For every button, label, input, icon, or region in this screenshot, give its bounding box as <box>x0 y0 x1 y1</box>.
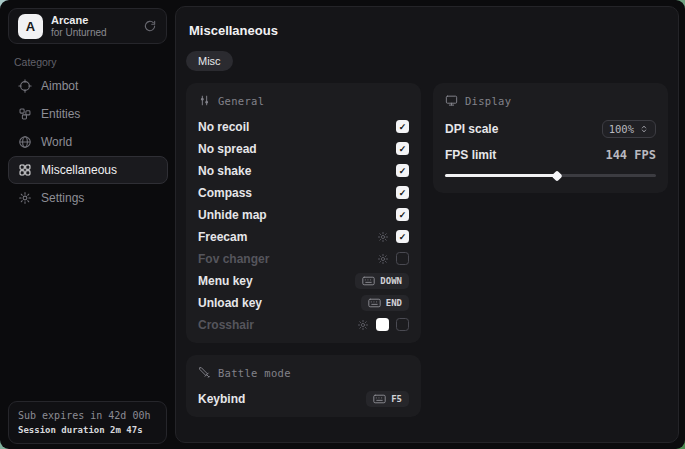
app-window: A Arcane for Unturned Category Aimbot En… <box>0 0 685 449</box>
checkbox[interactable]: ✓ <box>396 142 409 155</box>
battle-mode-card: Battle mode Keybind F5 <box>186 355 421 417</box>
card-columns: General No recoil ✓ No spread ✓ No shake… <box>186 83 668 429</box>
refresh-icon[interactable] <box>143 19 157 33</box>
app-name: Arcane <box>51 14 107 27</box>
setting-label: No recoil <box>198 120 249 134</box>
display-card: Display DPI scale 100% FPS limit 144 FPS <box>433 83 668 193</box>
right-column: Display DPI scale 100% FPS limit 144 FPS <box>433 83 668 205</box>
gear-icon[interactable] <box>377 231 389 243</box>
keybind-value: END <box>386 298 402 308</box>
sword-icon <box>198 366 211 379</box>
sidebar-item-label: Entities <box>41 107 80 121</box>
sidebar-item-settings[interactable]: Settings <box>8 184 168 212</box>
setting-row-unload-key: Unload key END <box>198 296 409 309</box>
setting-row-no-spread: No spread ✓ <box>198 142 409 155</box>
unfold-icon <box>639 124 649 134</box>
keybind-value: F5 <box>391 394 402 404</box>
general-card-title: General <box>218 95 264 107</box>
setting-row-dpi-scale: DPI scale 100% <box>445 120 656 138</box>
tab-label: Misc <box>198 55 221 67</box>
setting-row-unhide-map: Unhide map ✓ <box>198 208 409 221</box>
dpi-scale-select[interactable]: 100% <box>602 120 656 138</box>
setting-row-battle-keybind: Keybind F5 <box>198 392 409 405</box>
session-duration-text: Session duration 2m 47s <box>18 425 157 435</box>
sidebar-item-world[interactable]: World <box>8 128 168 156</box>
checkbox[interactable]: ✓ <box>396 120 409 133</box>
setting-label: Crosshair <box>198 318 254 332</box>
checkbox[interactable]: ✓ <box>396 230 409 243</box>
page-title: Miscellaneous <box>189 23 668 38</box>
sub-expiry-text: Sub expires in 42d 00h <box>18 410 157 421</box>
tab-misc[interactable]: Misc <box>186 51 233 71</box>
fps-limit-slider[interactable] <box>445 174 656 177</box>
checkbox[interactable] <box>396 252 409 265</box>
sidebar-item-miscellaneous[interactable]: Miscellaneous <box>8 156 168 184</box>
keybind-badge[interactable]: END <box>361 295 409 311</box>
keyboard-icon <box>362 276 375 286</box>
checkbox[interactable]: ✓ <box>396 164 409 177</box>
setting-label: Unhide map <box>198 208 267 222</box>
sidebar-item-aimbot[interactable]: Aimbot <box>8 72 168 100</box>
keybind-badge[interactable]: DOWN <box>355 273 409 289</box>
dpi-scale-value: 100% <box>609 123 634 135</box>
app-subtitle: for Unturned <box>51 27 107 39</box>
setting-row-fps-limit: FPS limit 144 FPS <box>445 148 656 162</box>
keybind-badge[interactable]: F5 <box>366 391 409 407</box>
setting-row-menu-key: Menu key DOWN <box>198 274 409 287</box>
setting-label: Menu key <box>198 274 253 288</box>
category-label: Category <box>14 56 57 68</box>
setting-label: DPI scale <box>445 122 498 136</box>
checkbox[interactable] <box>396 318 409 331</box>
sidebar: A Arcane for Unturned Category Aimbot En… <box>0 0 175 449</box>
general-card: General No recoil ✓ No spread ✓ No shake… <box>186 83 421 343</box>
general-card-header: General <box>198 94 409 107</box>
app-logo: A <box>18 14 43 39</box>
sidebar-item-label: Miscellaneous <box>41 163 117 177</box>
keyboard-icon <box>368 298 381 308</box>
sidebar-item-label: Aimbot <box>41 79 78 93</box>
checkbox[interactable]: ✓ <box>396 186 409 199</box>
setting-row-fov-changer: Fov changer <box>198 252 409 265</box>
setting-label: FPS limit <box>445 148 496 162</box>
setting-label: No shake <box>198 164 251 178</box>
left-column: General No recoil ✓ No spread ✓ No shake… <box>186 83 421 429</box>
keybind-value: DOWN <box>380 276 402 286</box>
setting-row-freecam: Freecam ✓ <box>198 230 409 243</box>
sidebar-nav: Aimbot Entities World Miscellaneous Sett… <box>8 72 168 212</box>
setting-row-no-shake: No shake ✓ <box>198 164 409 177</box>
setting-row-compass: Compass ✓ <box>198 186 409 199</box>
gear-icon[interactable] <box>377 253 389 265</box>
subscription-status: Sub expires in 42d 00h Session duration … <box>8 401 167 444</box>
main-panel: Miscellaneous Misc General No recoil ✓ <box>175 6 679 443</box>
sidebar-item-entities[interactable]: Entities <box>8 100 168 128</box>
grid-icon <box>18 163 32 177</box>
fps-limit-value: 144 FPS <box>605 148 656 162</box>
app-header: A Arcane for Unturned <box>8 8 167 44</box>
sliders-icon <box>198 94 211 107</box>
setting-row-crosshair: Crosshair <box>198 318 409 331</box>
entities-icon <box>18 107 32 121</box>
globe-icon <box>18 135 32 149</box>
setting-row-no-recoil: No recoil ✓ <box>198 120 409 133</box>
sidebar-item-label: World <box>41 135 72 149</box>
sidebar-item-label: Settings <box>41 191 84 205</box>
setting-label: Unload key <box>198 296 262 310</box>
display-card-title: Display <box>465 95 511 107</box>
gear-icon <box>18 191 32 205</box>
setting-label: Freecam <box>198 230 247 244</box>
color-swatch[interactable] <box>376 318 389 331</box>
keyboard-icon <box>373 394 386 404</box>
slider-fill <box>445 174 557 177</box>
checkbox[interactable]: ✓ <box>396 208 409 221</box>
crosshair-icon <box>18 79 32 93</box>
setting-label: Compass <box>198 186 252 200</box>
slider-thumb[interactable] <box>551 170 562 181</box>
display-card-header: Display <box>445 94 656 107</box>
setting-label: Keybind <box>198 392 245 406</box>
monitor-icon <box>445 94 458 107</box>
battle-card-header: Battle mode <box>198 366 409 379</box>
gear-icon[interactable] <box>357 319 369 331</box>
setting-label: Fov changer <box>198 252 269 266</box>
battle-card-title: Battle mode <box>218 367 291 379</box>
app-title-block: Arcane for Unturned <box>51 14 107 38</box>
